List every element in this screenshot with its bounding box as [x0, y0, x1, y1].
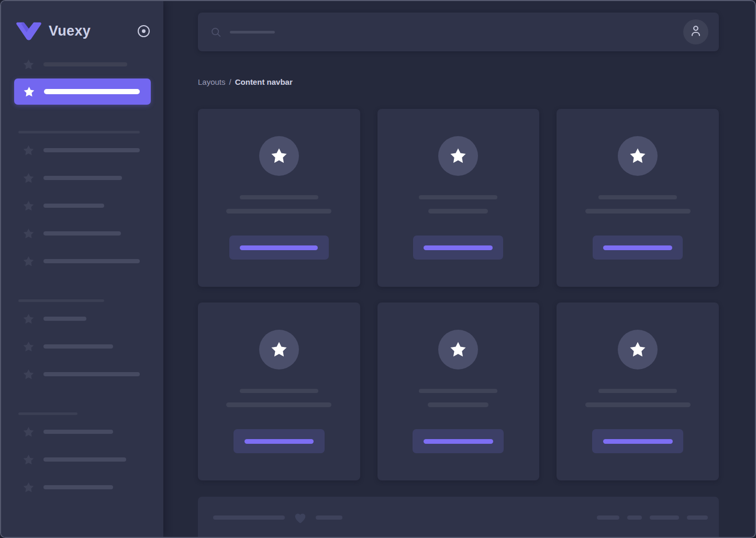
footer-right-group [597, 515, 708, 520]
menu-label-placeholder [43, 62, 127, 66]
sidebar-item[interactable] [14, 340, 151, 353]
sidebar-menu [1, 46, 163, 494]
card-button[interactable] [592, 429, 683, 453]
footer-text-placeholder [213, 515, 285, 520]
breadcrumb-current: Content navbar [235, 77, 293, 87]
card-button[interactable] [593, 236, 683, 260]
footer-link-placeholder [627, 515, 642, 520]
search-bar[interactable] [210, 13, 683, 51]
star-icon [22, 200, 35, 212]
button-label-placeholder [424, 439, 493, 444]
user-avatar[interactable] [683, 19, 708, 44]
menu-pin-toggle-icon[interactable] [137, 24, 151, 38]
menu-label-placeholder [43, 259, 140, 263]
sidebar-header: Vuexy [1, 17, 163, 46]
menu-label-placeholder [43, 231, 121, 236]
breadcrumb-parent[interactable]: Layouts [198, 77, 226, 87]
card-subtitle-placeholder [226, 209, 331, 214]
sidebar-item-active[interactable] [14, 79, 151, 105]
card-avatar-circle [618, 136, 658, 176]
sidebar-item[interactable] [14, 227, 151, 240]
logo-text: Vuexy [49, 23, 91, 39]
star-icon [270, 341, 288, 358]
star-icon [22, 255, 35, 267]
card-subtitle-placeholder [585, 402, 691, 407]
star-icon [23, 86, 35, 98]
star-icon [22, 454, 35, 466]
footer-link-placeholder [650, 515, 679, 520]
button-label-placeholder [244, 439, 314, 444]
card-avatar-circle [618, 330, 658, 369]
star-icon [629, 147, 647, 165]
sidebar-item[interactable] [14, 425, 151, 438]
star-icon [22, 426, 35, 438]
footer-link-placeholder [597, 515, 619, 520]
card-avatar-circle [259, 136, 299, 176]
sidebar-item[interactable] [14, 255, 151, 267]
footer-left-group [213, 511, 342, 525]
card-title-placeholder [598, 195, 677, 199]
star-icon [449, 147, 467, 165]
cards-grid [198, 109, 719, 480]
card-button[interactable] [229, 236, 329, 260]
star-icon [22, 313, 35, 325]
footer-text-placeholder [316, 515, 342, 520]
star-icon [270, 147, 288, 165]
card-button[interactable] [413, 429, 504, 453]
sidebar-item[interactable] [14, 58, 151, 71]
menu-section-divider [18, 412, 77, 415]
button-label-placeholder [424, 245, 493, 250]
card-title-placeholder [419, 195, 497, 199]
menu-label-placeholder [43, 372, 140, 376]
star-icon [449, 341, 467, 358]
menu-label-placeholder [44, 89, 140, 94]
sidebar-item[interactable] [14, 453, 151, 466]
top-navbar [198, 13, 719, 51]
demo-card [557, 302, 719, 480]
menu-section-divider [18, 131, 140, 133]
star-icon [22, 172, 35, 184]
menu-label-placeholder [43, 485, 113, 489]
demo-card [377, 109, 540, 287]
card-subtitle-placeholder [585, 209, 691, 214]
menu-label-placeholder [43, 148, 140, 152]
menu-label-placeholder [43, 317, 86, 321]
card-avatar-circle [438, 330, 478, 369]
vuexy-logo-icon [16, 22, 42, 40]
logo-link[interactable]: Vuexy [16, 22, 91, 40]
sidebar-item[interactable] [14, 368, 151, 380]
menu-section-divider [18, 299, 104, 302]
star-icon [22, 481, 35, 494]
demo-card [377, 302, 540, 480]
card-title-placeholder [598, 389, 677, 393]
sidebar-item[interactable] [14, 312, 151, 325]
star-icon [22, 59, 35, 71]
menu-label-placeholder [43, 344, 113, 349]
sidebar-item[interactable] [14, 199, 151, 212]
card-button[interactable] [234, 429, 325, 453]
card-button[interactable] [413, 236, 503, 260]
star-icon [22, 368, 35, 380]
card-avatar-circle [259, 330, 299, 369]
breadcrumb: Layouts / Content navbar [198, 77, 719, 87]
person-icon [688, 24, 703, 40]
sidebar-item[interactable] [14, 172, 151, 184]
heart-icon [293, 511, 307, 525]
sidebar-item[interactable] [14, 481, 151, 494]
menu-label-placeholder [43, 430, 113, 434]
button-label-placeholder [240, 245, 318, 250]
app-window: Vuexy Layouts / Content navbar [0, 0, 756, 538]
breadcrumb-separator: / [229, 77, 231, 87]
demo-card [198, 302, 360, 480]
card-subtitle-placeholder [428, 402, 488, 407]
card-title-placeholder [419, 389, 497, 393]
menu-label-placeholder [43, 457, 126, 462]
sidebar-item[interactable] [14, 144, 151, 156]
card-subtitle-placeholder [226, 402, 331, 407]
button-label-placeholder [603, 439, 673, 444]
card-avatar-circle [438, 136, 478, 176]
footer-link-placeholder [687, 515, 708, 520]
main-content: Layouts / Content navbar [163, 1, 755, 537]
star-icon [22, 144, 35, 156]
button-label-placeholder [603, 245, 672, 250]
